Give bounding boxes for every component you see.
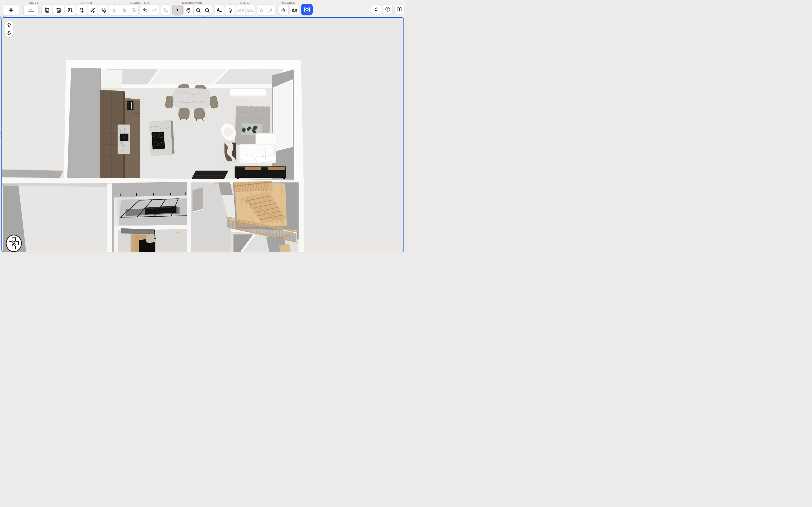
font-smaller-icon: AA: [246, 8, 252, 12]
open-door[interactable]: [193, 187, 203, 212]
floor-navigator: [5, 21, 13, 37]
undo-button[interactable]: [140, 5, 150, 15]
clipboard-icon: [131, 7, 137, 13]
instagram-icon: [303, 6, 311, 13]
decrease-font-button[interactable]: AA −: [245, 5, 255, 15]
divider: [6, 29, 12, 29]
redo-button[interactable]: [150, 5, 159, 15]
font-bigger-icon: AA: [239, 8, 245, 12]
magnifier-plus-icon: [195, 7, 201, 13]
draw-path-button[interactable]: [87, 5, 98, 15]
redo-arrow-icon: [151, 7, 158, 13]
plus-icon: [8, 7, 14, 13]
import-tray-icon: [28, 7, 34, 13]
left-edge-drag-dots[interactable]: [0, 132, 1, 137]
italic-text-button[interactable]: A: [266, 5, 275, 15]
document-arrow-down-icon: [56, 7, 62, 13]
svg-text:10: 10: [229, 8, 231, 10]
import-button[interactable]: [24, 5, 38, 15]
document-arrow-up-icon: [44, 7, 50, 13]
group-label-durchsuchen: Durchsuchen: [182, 1, 202, 4]
take-photo-button[interactable]: [279, 5, 289, 15]
right-wall-lower: [299, 182, 304, 252]
dining-chair[interactable]: [209, 96, 218, 109]
text-plus-icon: A: [216, 8, 220, 12]
kitchen-island[interactable]: [149, 120, 174, 156]
interior-wall: [107, 183, 112, 252]
cut-button[interactable]: [109, 5, 119, 15]
select-tool-button[interactable]: [172, 5, 183, 15]
kitchenette-room[interactable]: [114, 228, 191, 252]
marble-fireplace-column[interactable]: [224, 143, 236, 161]
wood-inlay: [245, 167, 261, 170]
render-share-button[interactable]: [301, 4, 313, 15]
group-label-notiz: NOTIZ: [241, 1, 250, 4]
pen-plus-icon: [89, 7, 96, 13]
magnifier-minus-icon: [204, 7, 210, 13]
copy-button[interactable]: [119, 5, 128, 15]
magnet-off-icon: [100, 7, 107, 13]
pan-tool-button[interactable]: [184, 5, 193, 15]
lower-floor: [2, 172, 304, 252]
help-button[interactable]: ?: [383, 4, 393, 14]
bold-text-button[interactable]: A: [257, 5, 266, 15]
snap-toggle-button[interactable]: [98, 5, 109, 15]
clipboard-group: [109, 5, 139, 15]
toolbar-drag-dots[interactable]: [202, 15, 207, 17]
add-text-button[interactable]: A +: [215, 5, 223, 15]
viewport-3d[interactable]: [1, 17, 404, 252]
cooktop[interactable]: [151, 131, 165, 150]
slatted-coffee-table[interactable]: [192, 171, 229, 179]
throw-pillow: [265, 155, 276, 162]
built-in-oven[interactable]: [127, 101, 133, 110]
chair-plus-icon: [163, 7, 169, 13]
room-plus-icon: [79, 7, 85, 13]
right-outer-wall: [294, 60, 304, 183]
camera-dpad[interactable]: [5, 234, 22, 252]
throw-pillow: [255, 156, 266, 163]
left-wall-face: [67, 68, 101, 180]
undo-redo-group: [140, 5, 159, 15]
split-view-button[interactable]: [395, 4, 404, 14]
add-wall-button[interactable]: [64, 5, 75, 15]
paste-button[interactable]: [129, 5, 139, 15]
zoom-out-button[interactable]: [203, 5, 212, 15]
text-style-group: A A: [257, 5, 275, 15]
floor-up-button[interactable]: [6, 22, 12, 27]
back-window[interactable]: [101, 70, 123, 89]
export-document-button[interactable]: [42, 5, 52, 15]
hand-icon: [186, 7, 192, 13]
scene-3d: [2, 18, 403, 252]
toolbar-separator: [277, 2, 277, 15]
tv-sideboard[interactable]: [235, 166, 286, 180]
dining-table[interactable]: [173, 88, 211, 109]
svg-text:?: ?: [387, 8, 389, 11]
copy-icon: [121, 7, 126, 13]
cursor-icon: [175, 7, 181, 13]
kitchen-tall-cabinet[interactable]: [100, 90, 140, 179]
group-label-machen: MACHEN: [282, 1, 296, 4]
collapse-toolbar-button[interactable]: [371, 4, 381, 14]
import-document-button[interactable]: [53, 5, 64, 15]
add-room-button[interactable]: [76, 5, 87, 15]
bold-icon: A: [260, 8, 263, 13]
group-label-bearbeiten: BEARBEITEN: [130, 1, 149, 4]
toolbar-separator: [300, 2, 300, 15]
toolbar: DATEI ZIEHEN BEARBEITEN Durchsuchen NOTI…: [0, 0, 406, 17]
increase-font-button[interactable]: + AA: [236, 5, 245, 15]
add-dimension-button[interactable]: 10: [225, 5, 235, 15]
terrace: [2, 170, 63, 178]
video-camera-icon: [292, 7, 298, 13]
floor-down-button[interactable]: [6, 31, 12, 36]
add-furniture-button[interactable]: [161, 5, 170, 15]
white-sideboard[interactable]: [230, 89, 266, 97]
dining-chair[interactable]: [165, 96, 174, 108]
font-size-group: + AA AA −: [236, 5, 255, 15]
scissors-icon: [111, 7, 117, 13]
group-label-ziehen: ZIEHEN: [81, 1, 92, 4]
zoom-in-button[interactable]: [194, 5, 203, 15]
record-video-button[interactable]: [290, 5, 299, 15]
glass-roof-room[interactable]: [114, 182, 187, 226]
stair-hall: [226, 181, 304, 252]
chevron-up-down-icon: [373, 7, 378, 12]
